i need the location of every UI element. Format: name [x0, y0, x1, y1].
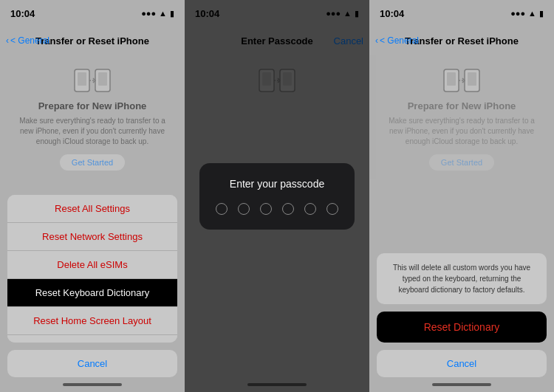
- transfer-desc-1: Make sure everything's ready to transfer…: [15, 116, 170, 147]
- main-content-1: Prepare for New iPhone Make sure everyth…: [0, 55, 185, 377]
- transfer-icon-1: [73, 66, 112, 94]
- panel-3: 10:04 ●●● ▲ ▮ ‹ < General Transfer or Re…: [369, 0, 554, 392]
- panel-1: 10:04 ●●● ▲ ▮ ‹ < General Transfer or Re…: [0, 0, 185, 392]
- status-bar-1: 10:04 ●●● ▲ ▮: [0, 0, 185, 27]
- home-indicator-3: [369, 377, 554, 392]
- passcode-dots: [216, 203, 338, 215]
- home-bar-3: [432, 383, 491, 386]
- get-started-button-1[interactable]: Get Started: [60, 154, 125, 171]
- status-icons-3: ●●● ▲ ▮: [510, 9, 544, 18]
- wifi-icon-3: ▲: [528, 9, 536, 18]
- main-content-3: Prepare for New iPhone Make sure everyth…: [369, 55, 554, 377]
- back-button-3[interactable]: ‹ < General: [375, 35, 419, 46]
- transfer-title-3: Prepare for New iPhone: [408, 100, 516, 111]
- reset-dictionary-button[interactable]: Reset Dictionary: [377, 312, 547, 343]
- reset-list-1: Reset All Settings Reset Network Setting…: [7, 195, 177, 343]
- cancel-button-1[interactable]: Cancel: [7, 350, 177, 377]
- back-label-1: < General: [10, 35, 49, 46]
- status-time-1: 10:04: [10, 8, 35, 19]
- status-bar-3: 10:04 ●●● ▲ ▮: [369, 0, 554, 27]
- transfer-section-3: Prepare for New iPhone Make sure everyth…: [369, 55, 554, 179]
- home-bar-1: [63, 383, 122, 386]
- passcode-overlay: Enter your passcode: [185, 0, 369, 392]
- reset-keyboard-dictionary-button[interactable]: Reset Keyboard Dictionary: [7, 279, 177, 307]
- transfer-title-1: Prepare for New iPhone: [38, 100, 147, 111]
- passcode-dot-1: [216, 203, 228, 215]
- section-gap-1: [0, 179, 185, 195]
- passcode-title: Enter your passcode: [230, 178, 324, 190]
- svg-rect-3: [98, 72, 107, 86]
- svg-rect-9: [447, 72, 456, 86]
- passcode-dot-2: [238, 203, 250, 215]
- status-time-3: 10:04: [380, 8, 404, 19]
- passcode-dot-5: [304, 203, 316, 215]
- delete-all-esims-button[interactable]: Delete All eSIMs: [7, 251, 177, 279]
- nav-bar-1: ‹ < General Transfer or Reset iPhone: [0, 27, 185, 55]
- battery-icon-1: ▮: [170, 9, 174, 18]
- reset-network-settings-button[interactable]: Reset Network Settings: [7, 223, 177, 251]
- nav-title-1: Transfer or Reset iPhone: [35, 35, 149, 47]
- reset-home-screen-button[interactable]: Reset Home Screen Layout: [7, 307, 177, 335]
- chevron-left-icon-1: ‹: [6, 35, 9, 46]
- get-started-button-3[interactable]: Get Started: [429, 154, 494, 171]
- passcode-dot-4: [282, 203, 294, 215]
- signal-icon-1: ●●●: [141, 9, 156, 18]
- status-icons-1: ●●● ▲ ▮: [141, 9, 174, 18]
- transfer-icon-3: [442, 66, 481, 94]
- reset-all-settings-button[interactable]: Reset All Settings: [7, 195, 177, 223]
- signal-icon-3: ●●●: [510, 9, 525, 18]
- section-gap-3: [369, 179, 554, 253]
- panel-2: 10:04 ●●● ▲ ▮ Enter Passcode Cancel: [185, 0, 369, 392]
- battery-icon-3: ▮: [539, 9, 544, 18]
- transfer-section-1: Prepare for New iPhone Make sure everyth…: [0, 55, 185, 179]
- svg-rect-1: [78, 72, 86, 86]
- back-label-3: < General: [380, 35, 419, 46]
- transfer-desc-3: Make sure everything's ready to transfer…: [384, 116, 539, 147]
- passcode-dot-3: [260, 203, 272, 215]
- cancel-button-3[interactable]: Cancel: [377, 350, 547, 377]
- reset-location-privacy-button[interactable]: Reset Location & Privacy: [7, 335, 177, 343]
- nav-bar-3: ‹ < General Transfer or Reset iPhone: [369, 27, 554, 55]
- svg-rect-11: [468, 72, 476, 86]
- home-indicator-1: [0, 377, 185, 392]
- passcode-modal: Enter your passcode: [199, 163, 355, 230]
- chevron-left-icon-3: ‹: [375, 35, 378, 46]
- reset-confirm-text: This will delete all custom words you ha…: [377, 253, 547, 304]
- nav-title-3: Transfer or Reset iPhone: [405, 35, 519, 47]
- passcode-dot-6: [326, 203, 338, 215]
- wifi-icon-1: ▲: [159, 9, 167, 18]
- back-button-1[interactable]: ‹ < General: [6, 35, 49, 46]
